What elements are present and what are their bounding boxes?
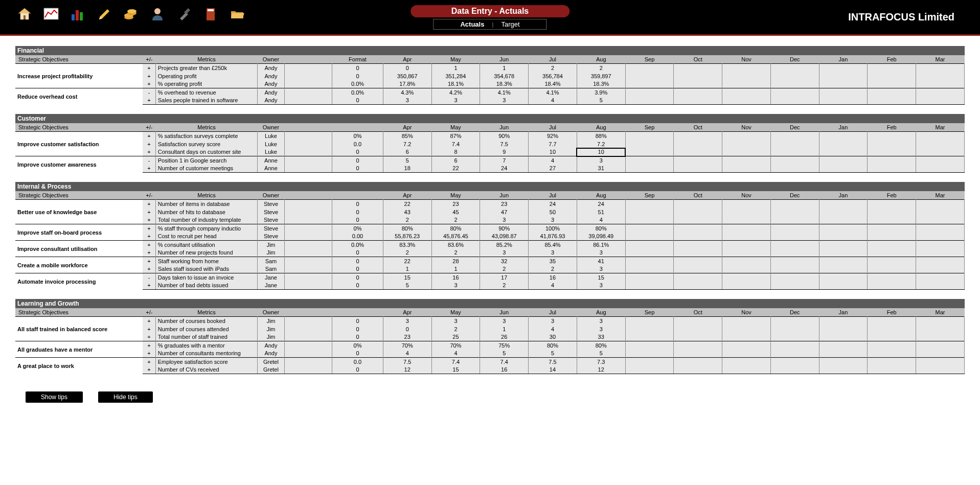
value-cell[interactable]: 3 (383, 317, 431, 325)
format-cell[interactable]: 0 (332, 273, 383, 282)
value-cell[interactable] (868, 148, 916, 156)
value-cell[interactable] (625, 148, 674, 156)
value-cell[interactable] (770, 241, 819, 249)
format-cell[interactable]: 0 (332, 97, 383, 105)
value-cell[interactable] (819, 208, 868, 216)
value-cell[interactable] (674, 257, 722, 265)
format-cell[interactable]: 0 (332, 257, 383, 265)
value-cell[interactable]: 2 (383, 249, 431, 257)
format-cell[interactable]: 0 (332, 156, 383, 165)
value-cell[interactable] (916, 317, 965, 325)
value-cell[interactable]: 2 (577, 64, 625, 72)
value-cell[interactable]: 6 (383, 148, 431, 156)
value-cell[interactable] (625, 216, 674, 224)
value-cell[interactable] (722, 333, 771, 341)
value-cell[interactable] (819, 273, 868, 282)
value-cell[interactable]: 15 (431, 366, 480, 374)
value-cell[interactable]: 43 (383, 208, 431, 216)
value-cell[interactable]: 4 (383, 350, 431, 358)
value-cell[interactable] (916, 72, 965, 80)
value-cell[interactable] (770, 72, 819, 80)
value-cell[interactable] (770, 200, 819, 208)
value-cell[interactable]: 1 (383, 265, 431, 273)
value-cell[interactable] (625, 257, 674, 265)
value-cell[interactable] (625, 64, 674, 72)
format-cell[interactable]: 0.00 (332, 233, 383, 241)
format-cell[interactable]: 0% (332, 341, 383, 350)
value-cell[interactable] (868, 97, 916, 105)
value-cell[interactable] (819, 317, 868, 325)
value-cell[interactable]: 359,897 (577, 72, 625, 80)
value-cell[interactable]: 80% (577, 341, 625, 350)
value-cell[interactable]: 3 (577, 156, 625, 165)
value-cell[interactable] (916, 249, 965, 257)
value-cell[interactable] (770, 80, 819, 88)
value-cell[interactable] (722, 257, 771, 265)
value-cell[interactable]: 4 (431, 350, 480, 358)
value-cell[interactable]: 3 (431, 317, 480, 325)
value-cell[interactable]: 4 (529, 156, 577, 165)
value-cell[interactable] (916, 148, 965, 156)
chart-line-icon[interactable] (42, 5, 60, 24)
value-cell[interactable] (722, 241, 771, 249)
value-cell[interactable]: 1 (480, 325, 529, 333)
value-cell[interactable] (770, 341, 819, 350)
value-cell[interactable]: 5 (529, 350, 577, 358)
value-cell[interactable]: 85.4% (529, 241, 577, 249)
value-cell[interactable] (674, 249, 722, 257)
value-cell[interactable]: 87% (431, 132, 480, 140)
value-cell[interactable]: 90% (480, 132, 529, 140)
value-cell[interactable] (868, 325, 916, 333)
value-cell[interactable] (722, 350, 771, 358)
value-cell[interactable] (770, 140, 819, 148)
value-cell[interactable] (722, 208, 771, 216)
value-cell[interactable]: 4 (577, 216, 625, 224)
home-icon[interactable] (15, 5, 34, 24)
format-cell[interactable]: 0.0% (332, 241, 383, 249)
value-cell[interactable]: 3 (383, 97, 431, 105)
value-cell[interactable] (868, 273, 916, 282)
value-cell[interactable] (674, 350, 722, 358)
value-cell[interactable]: 83.6% (431, 241, 480, 249)
format-cell[interactable]: 0 (332, 282, 383, 290)
value-cell[interactable] (674, 132, 722, 140)
format-cell[interactable]: 0 (332, 64, 383, 72)
value-cell[interactable] (674, 233, 722, 241)
value-cell[interactable] (625, 80, 674, 88)
value-cell[interactable] (916, 358, 965, 366)
format-cell[interactable]: 0% (332, 224, 383, 233)
value-cell[interactable]: 30 (529, 333, 577, 341)
value-cell[interactable] (770, 333, 819, 341)
value-cell[interactable] (819, 249, 868, 257)
value-cell[interactable]: 3 (577, 282, 625, 290)
format-cell[interactable]: 0 (332, 216, 383, 224)
value-cell[interactable] (868, 241, 916, 249)
format-cell[interactable]: 0 (332, 72, 383, 80)
value-cell[interactable]: 7.4 (480, 358, 529, 366)
user-icon[interactable] (148, 5, 167, 24)
value-cell[interactable] (916, 350, 965, 358)
value-cell[interactable]: 3 (431, 97, 480, 105)
value-cell[interactable] (819, 200, 868, 208)
value-cell[interactable]: 3 (529, 249, 577, 257)
value-cell[interactable]: 2 (480, 282, 529, 290)
value-cell[interactable]: 354,678 (480, 72, 529, 80)
value-cell[interactable] (722, 224, 771, 233)
value-cell[interactable]: 3 (577, 325, 625, 333)
value-cell[interactable] (722, 148, 771, 156)
value-cell[interactable] (674, 72, 722, 80)
value-cell[interactable]: 7 (480, 156, 529, 165)
value-cell[interactable] (770, 233, 819, 241)
value-cell[interactable] (770, 350, 819, 358)
value-cell[interactable]: 10 (529, 148, 577, 156)
value-cell[interactable]: 70% (383, 341, 431, 350)
value-cell[interactable] (819, 64, 868, 72)
value-cell[interactable] (674, 140, 722, 148)
value-cell[interactable] (868, 64, 916, 72)
value-cell[interactable] (770, 88, 819, 97)
value-cell[interactable] (916, 241, 965, 249)
value-cell[interactable]: 55,876.23 (383, 233, 431, 241)
value-cell[interactable] (722, 140, 771, 148)
value-cell[interactable]: 80% (383, 224, 431, 233)
value-cell[interactable] (868, 317, 916, 325)
